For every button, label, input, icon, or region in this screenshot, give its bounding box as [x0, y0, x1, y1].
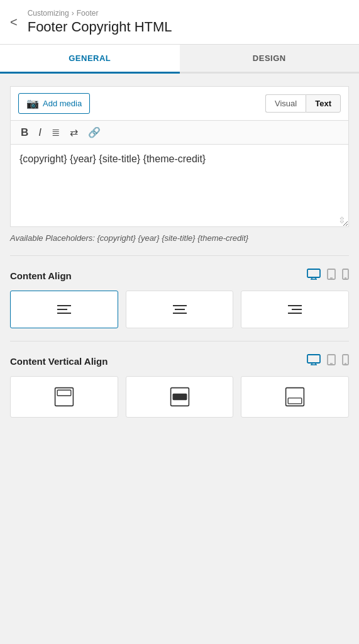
content-align-label: Content Align — [10, 270, 72, 281]
italic-button[interactable]: I — [36, 126, 44, 139]
editor-content: {copyright} {year} {site-title} {theme-c… — [19, 153, 206, 164]
breadcrumb-customizing: Customizing — [28, 9, 69, 18]
content-align-section: Content Align — [10, 269, 349, 328]
vertical-align-header: Content Vertical Align — [10, 354, 349, 369]
align-center-button[interactable] — [126, 291, 234, 328]
vertical-tablet-icon[interactable] — [327, 354, 336, 369]
editor-section: 📷 Add media Visual Text B I ≣ ⇄ 🔗 {copyr… — [10, 86, 349, 227]
svg-rect-0 — [307, 269, 320, 277]
section-divider-1 — [10, 255, 349, 256]
align-left-button[interactable] — [10, 291, 118, 328]
svg-rect-26 — [57, 390, 71, 396]
align-right-button[interactable] — [241, 291, 349, 328]
add-media-icon: 📷 — [26, 97, 39, 109]
main-content: 📷 Add media Visual Text B I ≣ ⇄ 🔗 {copyr… — [0, 74, 359, 430]
svg-rect-28 — [173, 394, 187, 400]
svg-rect-17 — [307, 355, 320, 363]
breadcrumb: Customizing › Footer — [28, 9, 172, 18]
tab-design[interactable]: DESIGN — [180, 45, 360, 72]
valign-middle-button[interactable] — [126, 376, 234, 418]
breadcrumb-arrow: › — [72, 9, 74, 18]
add-media-label: Add media — [43, 99, 82, 108]
tablet-icon[interactable] — [327, 269, 336, 283]
valign-bottom-button[interactable] — [241, 376, 349, 418]
tab-general[interactable]: GENERAL — [0, 45, 180, 74]
bold-button[interactable]: B — [18, 126, 31, 139]
tabs-container: GENERAL DESIGN — [0, 45, 359, 74]
svg-rect-30 — [288, 398, 302, 404]
mobile-icon[interactable] — [342, 269, 349, 283]
breadcrumb-footer: Footer — [77, 9, 99, 18]
section-divider-2 — [10, 341, 349, 341]
unordered-list-button[interactable]: ≣ — [49, 126, 62, 139]
content-vertical-align-section: Content Vertical Align — [10, 354, 349, 418]
header: < Customizing › Footer Footer Copyright … — [0, 0, 359, 45]
header-text: Customizing › Footer Footer Copyright HT… — [28, 9, 172, 35]
back-button[interactable]: < — [10, 16, 18, 28]
align-header: Content Align — [10, 269, 349, 283]
vertical-desktop-icon[interactable] — [307, 354, 321, 369]
align-buttons — [10, 291, 349, 328]
valign-top-button[interactable] — [10, 376, 118, 418]
editor-topbar: 📷 Add media Visual Text — [11, 87, 348, 121]
vertical-mobile-icon[interactable] — [342, 354, 349, 369]
text-view-button[interactable]: Text — [306, 94, 341, 113]
editor-toolbar: B I ≣ ⇄ 🔗 — [11, 121, 348, 145]
vertical-align-buttons — [10, 376, 349, 418]
placeholders-note: Available Placeholders: {copyright} {yea… — [10, 227, 349, 243]
device-icons — [307, 269, 349, 283]
page-title: Footer Copyright HTML — [28, 19, 172, 35]
vertical-device-icons — [307, 354, 349, 369]
desktop-icon[interactable] — [307, 269, 321, 283]
resize-handle[interactable]: ⇳ — [338, 215, 346, 225]
view-toggle: Visual Text — [265, 94, 341, 113]
link-button[interactable]: 🔗 — [86, 126, 103, 139]
ordered-list-button[interactable]: ⇄ — [67, 126, 80, 139]
visual-view-button[interactable]: Visual — [265, 94, 306, 113]
add-media-button[interactable]: 📷 Add media — [18, 93, 90, 114]
content-vertical-align-label: Content Vertical Align — [10, 356, 108, 367]
editor-body[interactable]: {copyright} {year} {site-title} {theme-c… — [11, 145, 348, 226]
